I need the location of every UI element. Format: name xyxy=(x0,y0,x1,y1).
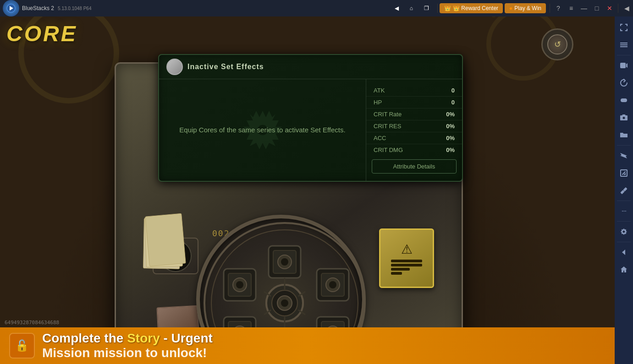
maximize-button[interactable]: □ xyxy=(590,2,603,15)
film-icon[interactable] xyxy=(616,57,632,74)
banner-lock-icon: 🔓 xyxy=(9,333,35,359)
panel-title: Inactive Set Effects xyxy=(187,63,264,71)
screenshot-icon[interactable] xyxy=(616,109,632,126)
svg-rect-49 xyxy=(623,101,624,102)
reward-label: 👑 Reward Center xyxy=(453,5,498,11)
sidebar-toggle-icon[interactable] xyxy=(616,37,632,53)
stat-row-crit-res: CRIT RES 0% xyxy=(366,120,462,132)
nav-back-icon[interactable] xyxy=(616,244,632,261)
home-button[interactable]: ⌂ xyxy=(405,3,418,13)
separator3 xyxy=(618,4,618,13)
svg-rect-43 xyxy=(620,46,627,47)
banner-text: Complete the Story - Urgent Mission miss… xyxy=(42,331,605,360)
scroll-settings-icon[interactable]: ↺ xyxy=(541,28,573,60)
warning-bars xyxy=(391,260,422,275)
fullscreen-icon[interactable] xyxy=(616,19,632,36)
banner-sub-text: Mission mission to unlock! xyxy=(42,346,605,360)
stat-label-hp: HP xyxy=(374,99,382,106)
game-area[interactable]: CORE ↺ Inactive Set Effects Equip Cores … xyxy=(0,16,615,364)
inactive-description: Equip Cores of the same series to activa… xyxy=(179,125,345,136)
svg-rect-41 xyxy=(620,43,627,43)
eraser-icon[interactable] xyxy=(616,182,632,199)
resize-icon[interactable] xyxy=(616,165,632,181)
svg-rect-46 xyxy=(621,98,627,102)
sidebar-separator5 xyxy=(617,242,631,242)
folder-icon[interactable] xyxy=(616,127,632,143)
reward-center-button[interactable]: 👑 👑 Reward Center xyxy=(440,3,503,13)
stat-label-crit-res: CRIT RES xyxy=(374,123,401,130)
session-id: 649493287084634688 xyxy=(5,320,59,326)
app-name: BlueStacks 2 xyxy=(22,5,54,11)
minimize-button[interactable]: — xyxy=(578,2,590,15)
svg-point-9 xyxy=(281,258,288,266)
banner-story-highlight: Story xyxy=(127,331,160,345)
stat-label-atk: ATK xyxy=(374,87,385,94)
menu-button[interactable]: ≡ xyxy=(565,2,578,15)
warning-card: ⚠ xyxy=(379,228,434,288)
windows-icon: ❐ xyxy=(424,5,429,11)
banner-mission-highlight: Mission xyxy=(42,346,90,360)
stat-value-acc: 0% xyxy=(446,135,455,141)
svg-point-13 xyxy=(329,281,336,288)
titlebar: BlueStacks 2 5.13.0.1048 P64 ◀ ⌂ ❐ 👑 👑 R… xyxy=(0,0,633,16)
svg-point-51 xyxy=(623,117,625,119)
back-icon: ◀ xyxy=(395,5,399,11)
app-version: 5.13.0.1048 P64 xyxy=(58,6,390,11)
game-title: CORE xyxy=(6,21,77,46)
banner-main-text: Complete the Story - Urgent xyxy=(42,331,605,346)
stat-row-crit-dmg: CRIT DMG 0% xyxy=(366,144,462,156)
play-win-button[interactable]: ● Play & Win xyxy=(505,3,546,13)
orange-circle-icon: ● xyxy=(509,5,512,11)
banner-main-part2: - Urgent xyxy=(160,331,213,345)
stat-row-crit-rate: CRIT Rate 0% xyxy=(366,109,462,120)
panel-description-area: Equip Cores of the same series to activa… xyxy=(159,79,366,181)
svg-rect-48 xyxy=(623,99,624,100)
nav-home-icon[interactable] xyxy=(616,261,632,278)
stat-label-acc: ACC xyxy=(374,135,386,141)
banner-sub-part2: mission to unlock! xyxy=(90,346,207,360)
play-win-label: Play & Win xyxy=(514,5,541,11)
panel-title-bar: Inactive Set Effects xyxy=(159,55,462,79)
stat-label-crit-dmg: CRIT DMG xyxy=(374,147,403,153)
svg-point-34 xyxy=(281,299,288,307)
windows-button[interactable]: ❐ xyxy=(419,3,434,13)
stat-row-atk: ATK 0 xyxy=(366,85,462,97)
dots-icon: ··· xyxy=(622,207,626,215)
airplane-icon[interactable] xyxy=(616,147,632,164)
svg-rect-50 xyxy=(625,100,626,101)
separator xyxy=(437,4,438,13)
crown-icon: 👑 xyxy=(444,5,451,11)
refresh-icon[interactable] xyxy=(616,75,632,91)
separator2 xyxy=(550,4,550,13)
stats-panel: Inactive Set Effects Equip Cores of the … xyxy=(158,54,463,182)
banner-main-part1: Complete the xyxy=(42,331,127,345)
svg-marker-55 xyxy=(622,250,625,255)
stats-right-panel: ATK 0 HP 0 CRIT Rate 0% CRIT RES 0% ACC xyxy=(366,79,462,181)
gamepad-icon[interactable] xyxy=(616,92,632,109)
svg-rect-47 xyxy=(622,100,623,101)
help-button[interactable]: ? xyxy=(552,2,565,15)
settings-icon[interactable] xyxy=(616,223,632,240)
stat-value-hp: 0 xyxy=(451,99,455,106)
stat-label-crit-rate: CRIT Rate xyxy=(374,111,402,118)
attribute-details-button[interactable]: Attribute Details xyxy=(372,159,457,174)
stat-row-hp: HP 0 xyxy=(366,97,462,109)
stat-value-crit-rate: 0% xyxy=(446,111,455,118)
svg-rect-42 xyxy=(620,44,627,45)
sidebar-separator2 xyxy=(617,145,631,146)
sidebar-separator1 xyxy=(617,55,631,55)
more-icon[interactable]: ··· xyxy=(616,203,632,219)
panel-icon xyxy=(166,59,183,75)
close-button[interactable]: ✕ xyxy=(603,2,616,15)
sidebar-separator3 xyxy=(617,201,631,201)
warning-bar-full2 xyxy=(391,264,422,266)
svg-point-29 xyxy=(236,281,243,288)
right-sidebar: ··· xyxy=(615,16,633,364)
bottom-banner: 🔓 Complete the Story - Urgent Mission mi… xyxy=(0,327,615,364)
prev-button[interactable]: ◀ xyxy=(620,2,633,15)
warning-bar-full xyxy=(391,260,422,262)
scroll-inner: ↺ xyxy=(547,34,567,54)
warning-triangle-icon: ⚠ xyxy=(401,242,413,257)
back-button[interactable]: ◀ xyxy=(390,3,403,13)
sidebar-separator4 xyxy=(617,221,631,222)
